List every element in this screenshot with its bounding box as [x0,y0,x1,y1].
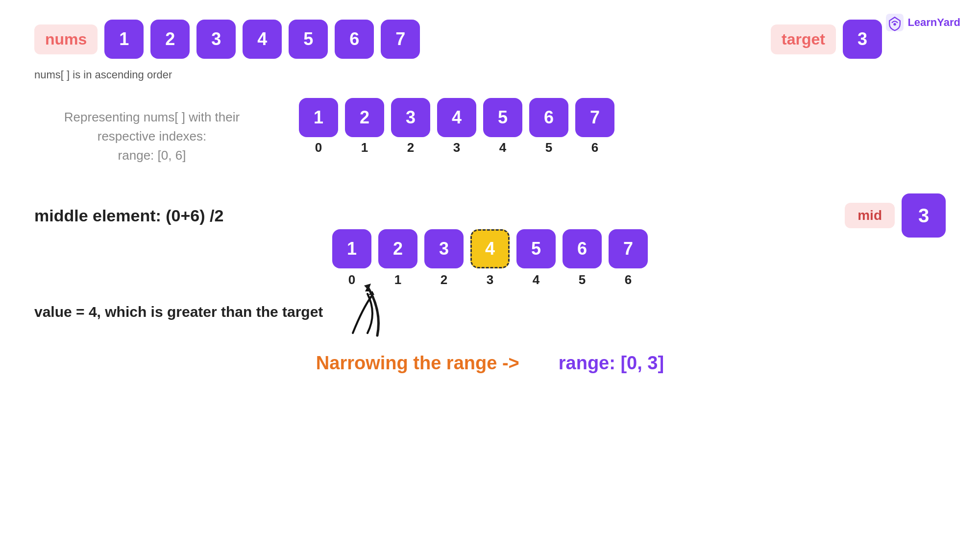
num-box-7: 7 [381,20,420,59]
idx-6: 6 [575,140,614,155]
narrowing-section: Narrowing the range -> range: [0, 3] [0,353,980,374]
r-box-7: 7 [575,98,614,137]
a2-box-4-highlighted: 4 [470,229,510,268]
middle-text: middle element: (0+6) /2 [34,206,223,225]
svg-point-1 [894,23,896,25]
idx-2: 2 [391,140,430,155]
curved-arrow [343,282,402,340]
num-box-6: 6 [335,20,374,59]
a2-idx-4: 4 [516,272,556,287]
value-text: value = 4, which is greater than the tar… [34,304,323,320]
target-label: target [771,24,836,54]
nums-label: nums [34,24,98,54]
r-box-6: 6 [529,98,568,137]
nums-section: nums 1 2 3 4 5 6 7 [34,20,420,59]
narrowing-range-text: range: [0, 3] [559,353,664,374]
idx-3: 3 [437,140,476,155]
represent-line2: range: [0, 6] [118,148,186,163]
nums-subtitle: nums[ ] is in ascending order [34,69,172,81]
a2-box-7: 7 [609,229,648,268]
a2-box-5: 5 [516,229,556,268]
narrowing-text: Narrowing the range -> [316,353,519,374]
represent-index-row: 0 1 2 3 4 5 6 [299,140,614,155]
a2-idx-3: 3 [470,272,510,287]
r-box-3: 3 [391,98,430,137]
idx-0: 0 [299,140,338,155]
target-value-box: 3 [843,20,882,59]
idx-5: 5 [529,140,568,155]
represent-array: 1 2 3 4 5 6 7 0 1 2 3 4 5 6 [299,98,614,155]
a2-idx-5: 5 [563,272,602,287]
logo: LearnYard [886,14,960,31]
num-box-2: 2 [150,20,190,59]
a2-box-1: 1 [332,229,371,268]
learnyard-logo-icon [886,14,904,31]
idx-4: 4 [483,140,522,155]
arrow-icon [343,282,392,340]
array2-section: 1 2 3 4 5 6 7 0 1 2 3 4 5 6 [0,229,980,287]
represent-array-row: 1 2 3 4 5 6 7 [299,98,614,137]
num-box-3: 3 [196,20,236,59]
num-box-1: 1 [104,20,144,59]
r-box-5: 5 [483,98,522,137]
a2-idx-6: 6 [609,272,648,287]
represent-line1: Representing nums[ ] with their respecti… [64,110,240,144]
r-box-1: 1 [299,98,338,137]
r-box-4: 4 [437,98,476,137]
array2-row: 1 2 3 4 5 6 7 [332,229,648,268]
idx-1: 1 [345,140,384,155]
a2-box-2: 2 [378,229,417,268]
a2-box-6: 6 [563,229,602,268]
r-box-2: 2 [345,98,384,137]
num-box-4: 4 [243,20,282,59]
mid-label: mid [845,203,895,228]
represent-section: Representing nums[ ] with their respecti… [34,98,946,165]
represent-text: Representing nums[ ] with their respecti… [34,108,270,165]
a2-idx-2: 2 [424,272,464,287]
target-section: target 3 [771,20,882,59]
logo-text: LearnYard [907,16,960,29]
a2-box-3: 3 [424,229,464,268]
num-box-5: 5 [289,20,328,59]
svg-rect-0 [886,14,904,31]
